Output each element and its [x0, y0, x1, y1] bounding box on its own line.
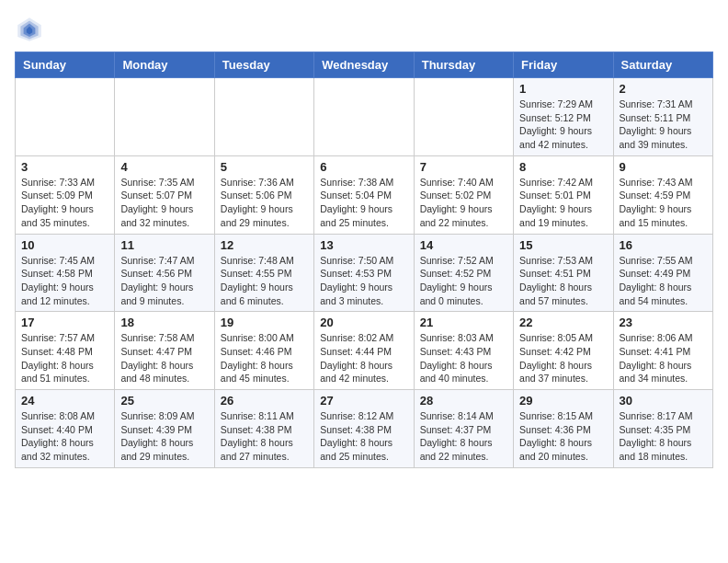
- day-number: 21: [420, 316, 507, 329]
- calendar-cell: 23Sunrise: 8:06 AM Sunset: 4:41 PM Dayli…: [613, 312, 712, 390]
- day-number: 19: [221, 316, 308, 329]
- day-number: 20: [320, 316, 407, 329]
- day-info: Sunrise: 7:48 AM Sunset: 4:55 PM Dayligh…: [221, 254, 308, 308]
- logo: [15, 15, 48, 44]
- weekday-header-sunday: Sunday: [16, 52, 115, 78]
- day-number: 27: [320, 394, 407, 408]
- day-number: 13: [320, 238, 407, 252]
- day-number: 5: [221, 160, 308, 174]
- day-number: 30: [620, 394, 707, 408]
- day-number: 16: [620, 238, 707, 252]
- calendar-cell: 25Sunrise: 8:09 AM Sunset: 4:39 PM Dayli…: [115, 390, 214, 468]
- calendar-week-row: 24Sunrise: 8:08 AM Sunset: 4:40 PM Dayli…: [16, 390, 713, 468]
- day-info: Sunrise: 7:38 AM Sunset: 5:04 PM Dayligh…: [320, 176, 407, 230]
- calendar-cell: 18Sunrise: 7:58 AM Sunset: 4:47 PM Dayli…: [115, 312, 214, 390]
- day-info: Sunrise: 8:08 AM Sunset: 4:40 PM Dayligh…: [21, 409, 108, 464]
- day-info: Sunrise: 7:43 AM Sunset: 4:59 PM Dayligh…: [620, 176, 707, 230]
- calendar-cell: 2Sunrise: 7:31 AM Sunset: 5:11 PM Daylig…: [613, 78, 712, 156]
- day-number: 23: [620, 316, 707, 329]
- calendar-cell: 6Sunrise: 7:38 AM Sunset: 5:04 PM Daylig…: [314, 155, 414, 234]
- day-info: Sunrise: 7:58 AM Sunset: 4:47 PM Dayligh…: [120, 331, 208, 385]
- calendar-table: SundayMondayTuesdayWednesdayThursdayFrid…: [15, 52, 713, 468]
- calendar-week-row: 3Sunrise: 7:33 AM Sunset: 5:09 PM Daylig…: [16, 155, 713, 234]
- calendar-cell: 28Sunrise: 8:14 AM Sunset: 4:37 PM Dayli…: [414, 390, 513, 468]
- day-info: Sunrise: 8:05 AM Sunset: 4:42 PM Dayligh…: [519, 331, 607, 385]
- calendar-cell: [16, 78, 115, 156]
- day-number: 11: [120, 238, 208, 252]
- day-info: Sunrise: 8:12 AM Sunset: 4:38 PM Dayligh…: [320, 409, 407, 464]
- day-info: Sunrise: 8:11 AM Sunset: 4:38 PM Dayligh…: [221, 409, 308, 464]
- day-number: 4: [120, 160, 208, 174]
- weekday-header-thursday: Thursday: [414, 52, 513, 78]
- weekday-header-saturday: Saturday: [613, 52, 712, 78]
- calendar-cell: 5Sunrise: 7:36 AM Sunset: 5:06 PM Daylig…: [214, 155, 313, 234]
- day-info: Sunrise: 7:36 AM Sunset: 5:06 PM Dayligh…: [221, 176, 308, 230]
- day-number: 12: [221, 238, 308, 252]
- day-info: Sunrise: 8:09 AM Sunset: 4:39 PM Dayligh…: [120, 409, 208, 464]
- day-info: Sunrise: 7:33 AM Sunset: 5:09 PM Dayligh…: [21, 176, 108, 230]
- calendar-cell: 22Sunrise: 8:05 AM Sunset: 4:42 PM Dayli…: [514, 312, 613, 390]
- calendar-cell: 10Sunrise: 7:45 AM Sunset: 4:58 PM Dayli…: [16, 234, 115, 312]
- weekday-header-row: SundayMondayTuesdayWednesdayThursdayFrid…: [16, 52, 713, 78]
- day-info: Sunrise: 7:40 AM Sunset: 5:02 PM Dayligh…: [420, 176, 507, 230]
- calendar-cell: 9Sunrise: 7:43 AM Sunset: 4:59 PM Daylig…: [613, 155, 712, 234]
- calendar-week-row: 10Sunrise: 7:45 AM Sunset: 4:58 PM Dayli…: [16, 234, 713, 312]
- calendar-cell: 30Sunrise: 8:17 AM Sunset: 4:35 PM Dayli…: [613, 390, 712, 468]
- day-number: 24: [21, 394, 108, 408]
- calendar-cell: 15Sunrise: 7:53 AM Sunset: 4:51 PM Dayli…: [514, 234, 613, 312]
- day-number: 17: [21, 316, 108, 329]
- day-info: Sunrise: 8:14 AM Sunset: 4:37 PM Dayligh…: [420, 409, 507, 464]
- weekday-header-monday: Monday: [115, 52, 214, 78]
- weekday-header-friday: Friday: [514, 52, 613, 78]
- weekday-header-tuesday: Tuesday: [214, 52, 313, 78]
- day-info: Sunrise: 8:15 AM Sunset: 4:36 PM Dayligh…: [519, 409, 607, 464]
- calendar-cell: 17Sunrise: 7:57 AM Sunset: 4:48 PM Dayli…: [16, 312, 115, 390]
- day-number: 18: [120, 316, 208, 329]
- day-info: Sunrise: 8:03 AM Sunset: 4:43 PM Dayligh…: [420, 331, 507, 385]
- calendar-week-row: 17Sunrise: 7:57 AM Sunset: 4:48 PM Dayli…: [16, 312, 713, 390]
- day-number: 7: [420, 160, 507, 174]
- day-info: Sunrise: 7:35 AM Sunset: 5:07 PM Dayligh…: [120, 176, 208, 230]
- day-info: Sunrise: 8:17 AM Sunset: 4:35 PM Dayligh…: [620, 409, 707, 464]
- calendar-cell: 4Sunrise: 7:35 AM Sunset: 5:07 PM Daylig…: [115, 155, 214, 234]
- day-number: 1: [519, 82, 607, 96]
- day-info: Sunrise: 7:47 AM Sunset: 4:56 PM Dayligh…: [120, 254, 208, 308]
- calendar-cell: 8Sunrise: 7:42 AM Sunset: 5:01 PM Daylig…: [514, 155, 613, 234]
- calendar-cell: 3Sunrise: 7:33 AM Sunset: 5:09 PM Daylig…: [16, 155, 115, 234]
- calendar-cell: 21Sunrise: 8:03 AM Sunset: 4:43 PM Dayli…: [414, 312, 513, 390]
- day-info: Sunrise: 7:57 AM Sunset: 4:48 PM Dayligh…: [21, 331, 108, 385]
- day-number: 28: [420, 394, 507, 408]
- calendar-cell: 26Sunrise: 8:11 AM Sunset: 4:38 PM Dayli…: [214, 390, 313, 468]
- day-info: Sunrise: 7:45 AM Sunset: 4:58 PM Dayligh…: [21, 254, 108, 308]
- calendar-cell: [314, 78, 414, 156]
- day-info: Sunrise: 7:31 AM Sunset: 5:11 PM Dayligh…: [620, 98, 707, 152]
- calendar-cell: 7Sunrise: 7:40 AM Sunset: 5:02 PM Daylig…: [414, 155, 513, 234]
- calendar-cell: 11Sunrise: 7:47 AM Sunset: 4:56 PM Dayli…: [115, 234, 214, 312]
- calendar-cell: 24Sunrise: 8:08 AM Sunset: 4:40 PM Dayli…: [16, 390, 115, 468]
- day-number: 15: [519, 238, 607, 252]
- calendar-cell: 14Sunrise: 7:52 AM Sunset: 4:52 PM Dayli…: [414, 234, 513, 312]
- day-info: Sunrise: 7:29 AM Sunset: 5:12 PM Dayligh…: [519, 98, 607, 152]
- calendar-cell: 27Sunrise: 8:12 AM Sunset: 4:38 PM Dayli…: [314, 390, 414, 468]
- day-number: 10: [21, 238, 108, 252]
- calendar-cell: [115, 78, 214, 156]
- day-info: Sunrise: 8:02 AM Sunset: 4:44 PM Dayligh…: [320, 331, 407, 385]
- day-number: 6: [320, 160, 407, 174]
- page-header: [15, 15, 713, 44]
- day-info: Sunrise: 8:00 AM Sunset: 4:46 PM Dayligh…: [221, 331, 308, 385]
- day-number: 25: [120, 394, 208, 408]
- logo-icon: [15, 15, 44, 44]
- day-number: 29: [519, 394, 607, 408]
- calendar-cell: [214, 78, 313, 156]
- calendar-cell: 19Sunrise: 8:00 AM Sunset: 4:46 PM Dayli…: [214, 312, 313, 390]
- day-info: Sunrise: 7:53 AM Sunset: 4:51 PM Dayligh…: [519, 254, 607, 308]
- calendar-cell: 1Sunrise: 7:29 AM Sunset: 5:12 PM Daylig…: [514, 78, 613, 156]
- calendar-cell: 12Sunrise: 7:48 AM Sunset: 4:55 PM Dayli…: [214, 234, 313, 312]
- day-number: 26: [221, 394, 308, 408]
- calendar-week-row: 1Sunrise: 7:29 AM Sunset: 5:12 PM Daylig…: [16, 78, 713, 156]
- day-info: Sunrise: 7:50 AM Sunset: 4:53 PM Dayligh…: [320, 254, 407, 308]
- day-info: Sunrise: 8:06 AM Sunset: 4:41 PM Dayligh…: [620, 331, 707, 385]
- day-number: 2: [620, 82, 707, 96]
- calendar-cell: 16Sunrise: 7:55 AM Sunset: 4:49 PM Dayli…: [613, 234, 712, 312]
- calendar-cell: [414, 78, 513, 156]
